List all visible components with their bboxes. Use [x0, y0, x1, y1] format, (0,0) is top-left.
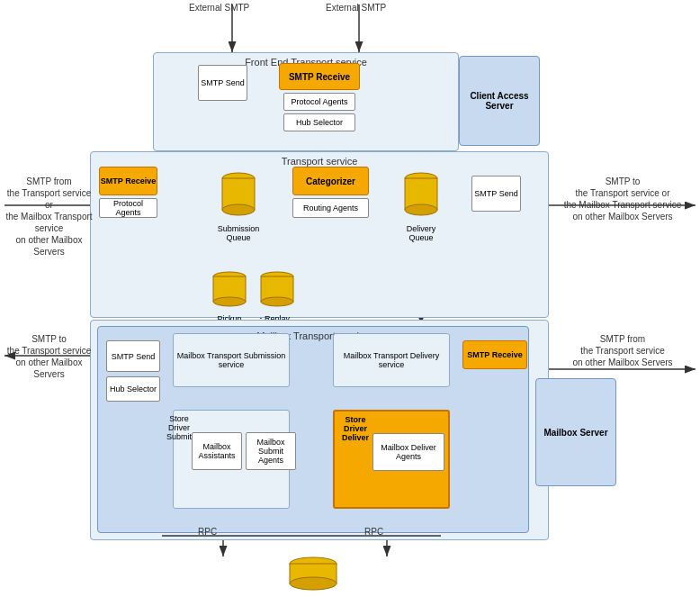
smtp-receive-transport: SMTP Receive — [99, 167, 157, 195]
mailbox-database-cylinder: mailbox database — [288, 556, 349, 597]
mailbox-assistants-box: Mailbox Assistants — [192, 432, 242, 470]
client-access-label: Client Access Server — [460, 91, 539, 111]
transport-label: Transport service — [282, 156, 358, 167]
smtp-to-left-text: SMTP to the Transport service on other M… — [2, 333, 96, 380]
smtp-send-mailbox-box: SMTP Send — [106, 340, 160, 372]
submission-queue-label: Submission Queue — [216, 224, 261, 242]
routing-agents-box: Routing Agents — [292, 198, 369, 218]
smtp-send-top: SMTP Send — [198, 65, 247, 101]
smtp-from-left-text: SMTP from the Transport service or the M… — [2, 176, 96, 258]
mailbox-submit-agents-box: Mailbox Submit Agents — [246, 432, 296, 470]
hub-selector-top: Hub Selector — [283, 113, 355, 131]
svg-point-35 — [261, 297, 293, 306]
submission-queue-cylinder: Submission Queue — [220, 171, 261, 242]
mailbox-transport-delivery-box: Mailbox Transport Delivery service — [333, 333, 450, 387]
smtp-from-right-text: SMTP from the Transport service on other… — [551, 333, 695, 368]
external-smtp-right-label: External SMTP — [326, 2, 386, 14]
smtp-send-transport: SMTP Send — [471, 176, 521, 212]
store-driver-deliver-label: Store Driver Deliver — [338, 415, 372, 442]
svg-point-29 — [405, 204, 437, 215]
svg-point-32 — [213, 297, 246, 306]
diagram: External SMTP External SMTP Front End Tr… — [0, 0, 700, 597]
external-smtp-left-label: External SMTP — [189, 2, 249, 14]
svg-point-39 — [290, 577, 337, 590]
mailbox-server-label-box: Mailbox Server — [535, 378, 616, 486]
delivery-queue-label: Delivery Queue — [399, 224, 444, 242]
categorizer-box: Categorizer — [292, 167, 369, 195]
store-driver-submit-box: Store Driver Submit Mailbox Assistants M… — [173, 410, 290, 509]
delivery-queue-cylinder: Delivery Queue — [403, 171, 444, 242]
store-driver-deliver-box: Store Driver Deliver Mailbox Deliver Age… — [333, 410, 450, 509]
protocol-agents-top: Protocol Agents — [283, 93, 355, 111]
mailbox-transport-submission-box: Mailbox Transport Submission service — [173, 333, 290, 387]
hub-selector-mailbox-box: Hub Selector — [106, 376, 160, 402]
svg-point-26 — [222, 204, 255, 215]
mailbox-deliver-agents-box: Mailbox Deliver Agents — [372, 433, 444, 471]
smtp-to-right-text: SMTP to the Transport service or the Mai… — [551, 176, 695, 222]
mailbox-server-label: Mailbox Server — [543, 428, 607, 438]
smtp-receive-top: SMTP Receive — [279, 63, 360, 90]
client-access-server-box: Client Access Server — [459, 56, 540, 146]
protocol-agents-transport: Protocol Agents — [99, 198, 157, 218]
store-driver-submit-label: Store Driver Submit — [166, 414, 192, 441]
smtp-receive-mailbox: SMTP Receive — [462, 340, 527, 369]
